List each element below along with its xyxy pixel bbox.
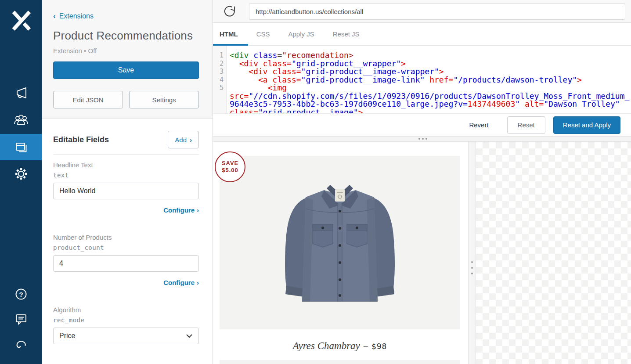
configure-link-product-count[interactable]: Configure› xyxy=(163,279,199,286)
headline-text-input[interactable] xyxy=(53,183,199,199)
extension-header-section: ‹Extensions Product Recommendations Exte… xyxy=(42,0,213,119)
undo-arrow-icon xyxy=(13,336,29,352)
preview-url-bar xyxy=(213,0,631,23)
field-label-algorithm: Algorithm xyxy=(53,306,199,314)
save-badge: SAVE $5.00 xyxy=(215,151,245,182)
secondary-buttons-row: Edit JSON Settings xyxy=(53,91,199,108)
tab-reset-js[interactable]: Reset JS xyxy=(333,30,360,38)
extension-panel: ‹Extensions Product Recommendations Exte… xyxy=(42,0,213,364)
sidebar-item-extensions[interactable] xyxy=(0,134,42,160)
splitter-handle-icon xyxy=(471,261,473,274)
product-price: $98 xyxy=(371,342,387,351)
refresh-button[interactable] xyxy=(222,4,237,19)
windows-icon xyxy=(13,139,29,155)
breadcrumb-extensions[interactable]: ‹Extensions xyxy=(53,12,199,21)
gear-icon xyxy=(13,166,29,182)
product-caption[interactable]: Ayres Chambray–$98 xyxy=(220,340,460,352)
field-api-name-product-count: product_count xyxy=(53,244,199,251)
editor-action-bar: Revert Reset Reset and Apply xyxy=(213,113,631,136)
splitter-handle-icon xyxy=(418,138,427,140)
extension-status: Extension • Off xyxy=(53,47,199,54)
editable-fields-section: Editable Fields Add› Headline Text text … xyxy=(42,119,213,364)
next-product-tile xyxy=(220,360,460,364)
chevron-right-icon: › xyxy=(197,206,199,214)
sidebar-item-settings[interactable] xyxy=(0,161,42,187)
algorithm-select[interactable]: Price xyxy=(53,328,199,344)
sidebar-item-announcements[interactable] xyxy=(0,80,42,106)
people-icon xyxy=(13,112,29,127)
sidebar: ? xyxy=(0,0,42,364)
vertical-splitter[interactable] xyxy=(468,142,476,364)
tab-html[interactable]: HTML xyxy=(220,30,238,38)
x-logo-icon xyxy=(10,10,32,31)
caption-dash: – xyxy=(364,341,368,351)
add-field-button[interactable]: Add› xyxy=(168,131,199,148)
chevron-down-icon xyxy=(186,334,193,338)
field-label-product-count: Number of Products xyxy=(53,234,199,241)
divider xyxy=(53,154,199,155)
refresh-icon xyxy=(222,4,237,19)
chat-icon xyxy=(13,311,29,327)
reset-and-apply-button[interactable]: Reset and Apply xyxy=(553,116,620,134)
horizontal-splitter[interactable] xyxy=(213,136,631,142)
edit-json-button[interactable]: Edit JSON xyxy=(53,91,123,108)
product-image-tile[interactable] xyxy=(220,156,460,329)
svg-text:?: ? xyxy=(19,291,23,298)
megaphone-icon xyxy=(13,85,29,101)
chevron-left-icon: ‹ xyxy=(53,12,56,20)
question-icon: ? xyxy=(13,286,29,302)
settings-button[interactable]: Settings xyxy=(129,91,199,108)
field-label-headline-text: Headline Text xyxy=(53,161,199,169)
editor-gutter: 1 2 3 4 5 xyxy=(213,46,227,113)
save-badge-line2: $5.00 xyxy=(222,167,238,174)
sidebar-item-help[interactable]: ? xyxy=(0,281,42,307)
optimizely-extension-editor: ? ‹Extensions Product Recommendations Ex… xyxy=(0,0,631,364)
html-code-editor[interactable]: 1 2 3 4 5 <div class="recomendation> <di… xyxy=(213,46,631,113)
chevron-right-icon: › xyxy=(190,136,192,144)
page-preview[interactable]: SAVE $5.00 Ayres Chambray–$98 xyxy=(213,142,468,364)
reset-button[interactable]: Reset xyxy=(507,116,545,134)
sidebar-item-feedback[interactable] xyxy=(0,306,42,332)
configure-link-headline[interactable]: Configure› xyxy=(163,206,199,214)
algorithm-selected-value: Price xyxy=(59,332,75,340)
optimizely-x-logo[interactable] xyxy=(0,7,42,34)
product-count-input[interactable] xyxy=(53,255,199,272)
save-button[interactable]: Save xyxy=(53,61,199,79)
chevron-right-icon: › xyxy=(197,279,199,286)
product-name: Ayres Chambray xyxy=(293,340,360,351)
url-input[interactable] xyxy=(249,3,625,20)
transparency-checkerboard xyxy=(476,142,631,364)
field-api-name-rec-mode: rec_mode xyxy=(53,317,199,324)
revert-link[interactable]: Revert xyxy=(469,121,488,129)
tab-apply-js[interactable]: Apply JS xyxy=(288,30,314,38)
tab-css[interactable]: CSS xyxy=(256,30,270,38)
breadcrumb-label: Extensions xyxy=(59,12,94,20)
editor-gutter-numbers: 1 2 3 4 5 xyxy=(213,46,226,92)
save-badge-line1: SAVE xyxy=(222,160,238,167)
product-photo-chambray-shirt xyxy=(220,156,460,329)
editable-fields-heading: Editable Fields xyxy=(53,135,109,144)
sidebar-item-audiences[interactable] xyxy=(0,106,42,133)
page-title: Product Recommendations xyxy=(53,29,199,43)
code-tab-bar: HTML CSS Apply JS Reset JS xyxy=(213,23,631,46)
sidebar-item-back[interactable] xyxy=(0,331,42,357)
field-api-name-text: text xyxy=(53,172,199,179)
editor-code[interactable]: <div class="recomendation> <div class="g… xyxy=(227,46,630,113)
